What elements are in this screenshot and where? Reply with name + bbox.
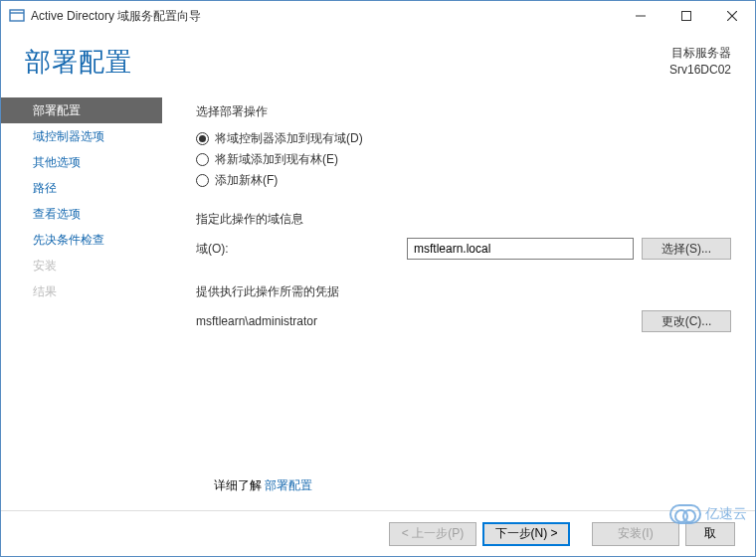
radio-label: 将域控制器添加到现有域(D) bbox=[215, 130, 363, 147]
target-server-box: 目标服务器 Srv16DC02 bbox=[669, 45, 731, 79]
minimize-button[interactable] bbox=[618, 1, 663, 31]
sidebar-item-dcoptions[interactable]: 域控制器选项 bbox=[21, 123, 162, 149]
svg-rect-0 bbox=[10, 10, 24, 21]
footer: < 上一步(P) 下一步(N) > 安装(I) 取 bbox=[1, 510, 755, 556]
sidebar-item-install: 安装 bbox=[21, 253, 162, 278]
prev-button[interactable]: < 上一步(P) bbox=[389, 522, 476, 546]
sidebar-item-other[interactable]: 其他选项 bbox=[21, 149, 162, 175]
sidebar: 部署配置 域控制器选项 其他选项 路径 查看选项 先决条件检查 安装 结果 bbox=[1, 97, 162, 510]
radio-icon bbox=[196, 132, 209, 145]
window-title: Active Directory 域服务配置向导 bbox=[31, 8, 201, 25]
credentials-user: msftlearn\administrator bbox=[196, 314, 634, 328]
learn-more-link[interactable]: 部署配置 bbox=[265, 478, 312, 492]
sidebar-item-deploy[interactable]: 部署配置 bbox=[1, 97, 162, 123]
main-panel: 选择部署操作 将域控制器添加到现有域(D) 将新域添加到现有林(E) 添加新林(… bbox=[162, 97, 731, 510]
radio-icon bbox=[196, 174, 209, 187]
close-button[interactable] bbox=[709, 1, 755, 31]
learn-more: 详细了解 部署配置 bbox=[214, 477, 312, 494]
maximize-button[interactable] bbox=[663, 1, 709, 31]
target-server-label: 目标服务器 bbox=[669, 45, 731, 62]
credentials-row: msftlearn\administrator 更改(C)... bbox=[196, 310, 731, 332]
credentials-label: 提供执行此操作所需的凭据 bbox=[196, 283, 731, 300]
page-title: 部署配置 bbox=[25, 45, 132, 80]
change-credentials-button[interactable]: 更改(C)... bbox=[642, 310, 731, 332]
select-domain-button[interactable]: 选择(S)... bbox=[642, 238, 731, 260]
domain-input[interactable] bbox=[407, 238, 634, 260]
content-area: 部署配置 目标服务器 Srv16DC02 部署配置 域控制器选项 其他选项 路径… bbox=[1, 31, 755, 510]
next-button[interactable]: 下一步(N) > bbox=[482, 522, 570, 546]
domain-field-label: 域(O): bbox=[196, 241, 407, 258]
radio-add-domain-existing-forest[interactable]: 将新域添加到现有林(E) bbox=[196, 151, 731, 168]
select-operation-label: 选择部署操作 bbox=[196, 103, 731, 120]
sidebar-item-review[interactable]: 查看选项 bbox=[21, 201, 162, 227]
radio-add-new-forest[interactable]: 添加新林(F) bbox=[196, 172, 731, 189]
window-controls bbox=[618, 1, 755, 31]
radio-icon bbox=[196, 153, 209, 166]
header-row: 部署配置 目标服务器 Srv16DC02 bbox=[1, 31, 755, 97]
sidebar-item-results: 结果 bbox=[21, 278, 162, 304]
learn-more-prefix: 详细了解 bbox=[214, 478, 265, 492]
app-icon bbox=[9, 8, 25, 24]
cancel-button[interactable]: 取 bbox=[685, 522, 735, 546]
titlebar: Active Directory 域服务配置向导 bbox=[1, 1, 755, 31]
domain-row: 域(O): 选择(S)... bbox=[196, 238, 731, 260]
sidebar-item-paths[interactable]: 路径 bbox=[21, 175, 162, 201]
install-button[interactable]: 安装(I) bbox=[592, 522, 679, 546]
domain-info-label: 指定此操作的域信息 bbox=[196, 211, 731, 228]
body-row: 部署配置 域控制器选项 其他选项 路径 查看选项 先决条件检查 安装 结果 选择… bbox=[1, 97, 755, 510]
svg-rect-3 bbox=[682, 12, 691, 21]
radio-label: 添加新林(F) bbox=[215, 172, 278, 189]
target-server-name: Srv16DC02 bbox=[669, 62, 731, 79]
radio-add-dc-existing-domain[interactable]: 将域控制器添加到现有域(D) bbox=[196, 130, 731, 147]
radio-label: 将新域添加到现有林(E) bbox=[215, 151, 338, 168]
sidebar-item-prereq[interactable]: 先决条件检查 bbox=[21, 227, 162, 253]
wizard-window: Active Directory 域服务配置向导 部署配置 目标服务器 Srv1… bbox=[0, 0, 756, 557]
